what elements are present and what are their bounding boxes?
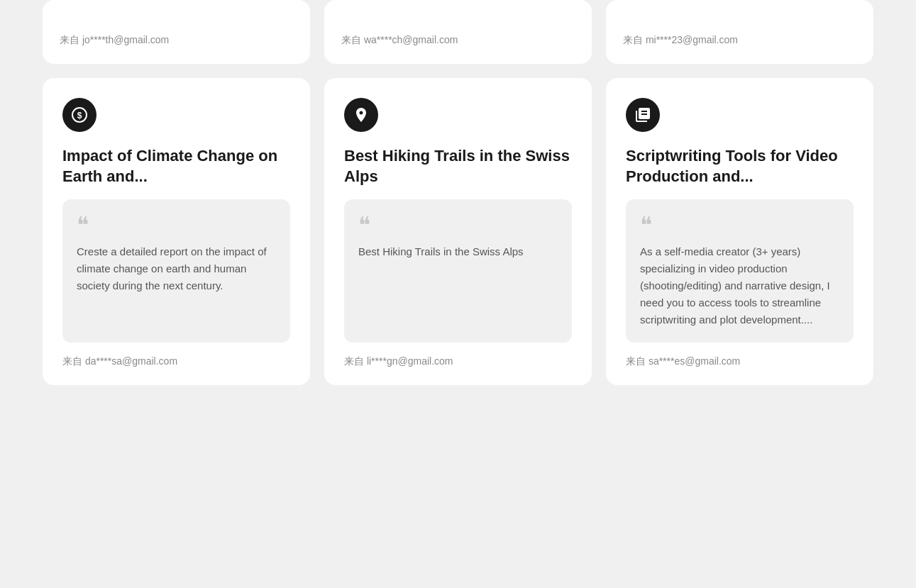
script-icon xyxy=(626,98,660,132)
main-row: $ Impact of Climate Change on Earth and.… xyxy=(43,78,873,385)
main-card-1-from: 来自 da****sa@gmail.com xyxy=(62,355,290,368)
main-card-2-quote-box: ❝ Best Hiking Trails in the Swiss Alps xyxy=(344,199,572,343)
main-card-2-from: 来自 li****gn@gmail.com xyxy=(344,355,572,368)
main-card-2[interactable]: Best Hiking Trails in the Swiss Alps ❝ B… xyxy=(324,78,592,385)
top-card-2[interactable]: 来自 wa****ch@gmail.com xyxy=(324,0,592,64)
main-card-1[interactable]: $ Impact of Climate Change on Earth and.… xyxy=(43,78,310,385)
main-card-3-from: 来自 sa****es@gmail.com xyxy=(626,355,854,368)
top-card-3[interactable]: 来自 mi****23@gmail.com xyxy=(606,0,873,64)
top-card-1[interactable]: 来自 jo****th@gmail.com xyxy=(43,0,310,64)
location-icon xyxy=(344,98,378,132)
top-card-3-from: 来自 mi****23@gmail.com xyxy=(623,34,856,47)
quote-mark-2: ❝ xyxy=(358,213,558,236)
main-card-3-quote-text: As a self-media creator (3+ years) speci… xyxy=(640,243,839,328)
main-card-1-title: Impact of Climate Change on Earth and... xyxy=(62,146,290,187)
top-card-2-from: 来自 wa****ch@gmail.com xyxy=(341,34,575,47)
main-card-2-title: Best Hiking Trails in the Swiss Alps xyxy=(344,146,572,187)
main-card-1-quote-box: ❝ Creste a detailed report on the impact… xyxy=(62,199,290,343)
top-row: 来自 jo****th@gmail.com 来自 wa****ch@gmail.… xyxy=(43,0,873,64)
main-card-1-quote-text: Creste a detailed report on the impact o… xyxy=(77,243,276,294)
quote-mark-3: ❝ xyxy=(640,213,839,236)
top-card-1-from: 来自 jo****th@gmail.com xyxy=(60,34,293,47)
page-container: 来自 jo****th@gmail.com 来自 wa****ch@gmail.… xyxy=(0,0,916,385)
main-card-3-quote-box: ❝ As a self-media creator (3+ years) spe… xyxy=(626,199,854,343)
main-card-3-title: Scriptwriting Tools for Video Production… xyxy=(626,146,854,187)
quote-mark-1: ❝ xyxy=(77,213,276,236)
main-card-3[interactable]: Scriptwriting Tools for Video Production… xyxy=(606,78,873,385)
svg-text:$: $ xyxy=(77,111,82,121)
currency-icon: $ xyxy=(62,98,96,132)
main-card-2-quote-text: Best Hiking Trails in the Swiss Alps xyxy=(358,243,558,260)
